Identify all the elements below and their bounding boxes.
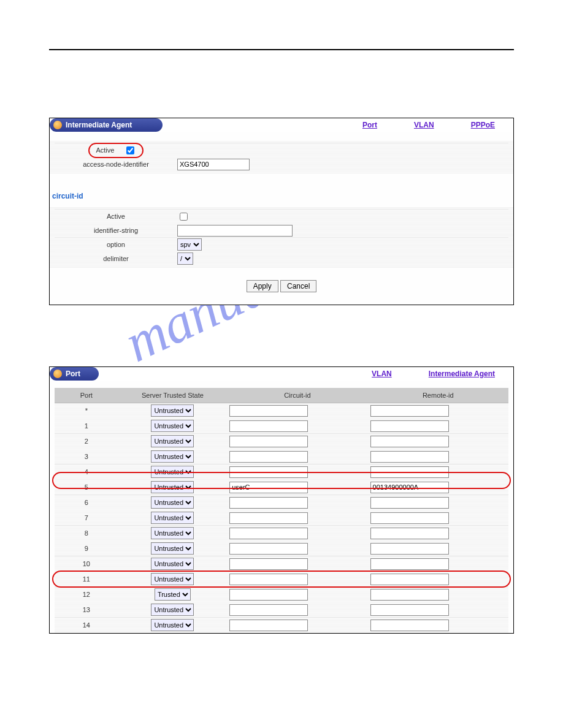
trusted-state-select[interactable]: Trusted [155,588,191,601]
remote-id-input[interactable] [370,512,449,524]
circuit-id-input[interactable] [229,436,308,447]
remote-id-input[interactable] [370,451,449,463]
table-row: 1Untrusted [55,419,508,434]
panel-title-pill: Port [50,367,99,381]
panel-title: Intermediate Agent [66,121,132,129]
port-number: 11 [55,572,118,587]
delimiter-select[interactable]: / [177,252,193,265]
port-number: 12 [55,587,118,602]
trusted-state-select[interactable]: Untrusted [151,481,194,493]
th-cid: Circuit-id [227,388,367,403]
th-sts: Server Trusted State [118,388,228,403]
circuit-id-input[interactable] [229,620,308,631]
trusted-state-select[interactable]: Untrusted [151,512,194,524]
circuit-id-title: circuit-id [52,192,513,200]
option-label: option [55,241,177,248]
active-checkbox[interactable] [126,146,134,154]
port-table: Port Server Trusted State Circuit-id Rem… [55,388,508,633]
table-row: 10Untrusted [55,556,508,572]
trusted-state-select[interactable]: Untrusted [151,604,194,616]
circuit-id-input[interactable] [229,604,308,616]
cancel-button[interactable]: Cancel [280,280,316,292]
nav-port-link[interactable]: Port [362,121,377,129]
idstr-input[interactable] [177,225,293,237]
table-row: 5Untrusted [55,480,508,495]
circuit-id-input[interactable] [229,482,308,493]
circuit-id-input[interactable] [229,466,308,478]
remote-id-input[interactable] [370,466,449,478]
remote-id-input[interactable] [370,405,449,417]
active-label-highlight: Active [88,143,143,158]
idstr-label: identifier-string [55,227,177,234]
nav-pppoe-link[interactable]: PPPoE [471,121,495,129]
table-row: 4Untrusted [55,464,508,480]
panel-title-pill: Intermediate Agent [50,118,163,132]
remote-id-input[interactable] [370,574,449,585]
remote-id-input[interactable] [370,558,449,570]
remote-id-input[interactable] [370,620,449,631]
trusted-state-select[interactable]: Untrusted [151,558,194,570]
circuit-id-input[interactable] [229,574,308,585]
remote-id-input[interactable] [370,589,449,601]
remote-id-input[interactable] [370,543,449,555]
table-row: 2Untrusted [55,434,508,449]
table-row: 13Untrusted [55,602,508,618]
nav-vlan-link[interactable]: VLAN [414,121,434,129]
trusted-state-select[interactable]: Untrusted [151,420,194,432]
circuit-id-input[interactable] [229,543,308,555]
circuit-id-input[interactable] [229,420,308,432]
remote-id-input[interactable] [370,420,449,432]
panel-title: Port [66,370,80,378]
circuit-id-input[interactable] [229,528,308,539]
nav-ia-link[interactable]: Intermediate Agent [429,370,495,378]
circuit-id-input[interactable] [229,558,308,570]
circuit-id-input[interactable] [229,589,308,601]
port-number: 5 [55,480,118,495]
trusted-state-select[interactable]: Untrusted [151,573,194,585]
cid-active-label: Active [55,213,177,220]
table-row: 6Untrusted [55,495,508,510]
port-number: * [55,403,118,419]
port-panel: Port VLAN Intermediate Agent Port Server… [49,366,514,634]
port-number: 2 [55,434,118,449]
circuit-id-input[interactable] [229,451,308,463]
th-port: Port [55,388,118,403]
remote-id-input[interactable] [370,482,449,493]
circuit-id-input[interactable] [229,512,308,524]
trusted-state-select[interactable]: Untrusted [151,466,194,478]
delim-label: delimiter [55,255,177,262]
ani-input[interactable] [177,159,250,170]
option-select[interactable]: spv [177,238,202,251]
apply-button[interactable]: Apply [247,280,278,292]
trusted-state-select[interactable]: Untrusted [151,435,194,447]
circuit-id-input[interactable] [229,497,308,509]
cid-active-checkbox[interactable] [180,213,188,221]
intermediate-agent-panel: Intermediate Agent Port VLAN PPPoE Activ… [49,118,514,305]
port-number: 1 [55,419,118,434]
table-row: 3Untrusted [55,449,508,464]
trusted-state-select[interactable]: Untrusted [151,527,194,539]
circuit-id-input[interactable] [229,405,308,417]
port-number: 4 [55,464,118,480]
table-row: 11Untrusted [55,572,508,587]
trusted-state-select[interactable]: Untrusted [151,404,194,417]
pill-dot-icon [53,121,62,129]
trusted-state-select[interactable]: Untrusted [151,450,194,463]
ani-label: access-node-identifier [55,161,177,168]
page-header-rule [49,12,514,50]
port-number: 3 [55,449,118,464]
port-number: 13 [55,602,118,618]
th-rid: Remote-id [368,388,508,403]
trusted-state-select[interactable]: Untrusted [151,496,194,509]
remote-id-input[interactable] [370,528,449,539]
trusted-state-select[interactable]: Untrusted [151,619,194,631]
trusted-state-select[interactable]: Untrusted [151,542,194,555]
remote-id-input[interactable] [370,497,449,509]
nav-vlan-link[interactable]: VLAN [372,370,392,378]
table-row: 12Trusted [55,587,508,602]
remote-id-input[interactable] [370,604,449,616]
table-row: 7Untrusted [55,510,508,526]
port-number: 9 [55,541,118,556]
port-number: 10 [55,556,118,572]
remote-id-input[interactable] [370,436,449,447]
